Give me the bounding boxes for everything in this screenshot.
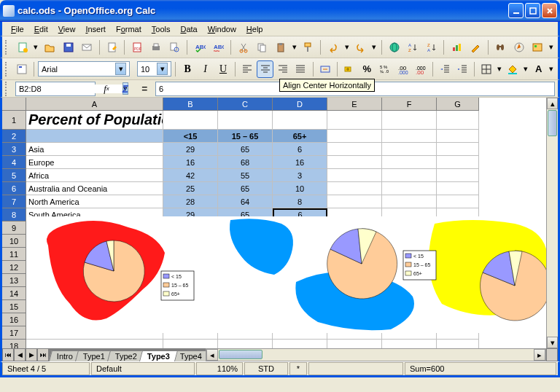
tab-prev-button[interactable]: ◀ bbox=[14, 348, 26, 361]
column-header-F[interactable]: F bbox=[382, 98, 437, 111]
cell[interactable]: 3 bbox=[273, 169, 327, 182]
menu-data[interactable]: Data bbox=[176, 23, 201, 35]
vertical-scrollbar[interactable]: ▴ ▾ bbox=[546, 98, 558, 348]
horizontal-scrollbar[interactable]: ◂ ▸ bbox=[206, 348, 546, 361]
cell[interactable] bbox=[327, 182, 382, 195]
row-header-1[interactable]: 1 bbox=[2, 111, 26, 130]
format-paint-button[interactable] bbox=[300, 39, 317, 56]
gallery-button[interactable] bbox=[529, 39, 547, 56]
cell[interactable]: 16 bbox=[163, 156, 218, 169]
menu-view[interactable]: View bbox=[54, 23, 80, 35]
font-size-combo[interactable]: 10▾ bbox=[137, 61, 171, 77]
bold-button[interactable]: B bbox=[179, 60, 195, 78]
tab-last-button[interactable]: ⏭ bbox=[37, 348, 49, 361]
cell[interactable] bbox=[437, 340, 479, 348]
sort-asc-button[interactable]: AZ bbox=[404, 39, 421, 56]
row-header-9[interactable]: 9 bbox=[2, 222, 26, 235]
scroll-right-button[interactable]: ▸ bbox=[534, 349, 545, 361]
cell[interactable]: Asia bbox=[26, 143, 163, 156]
cell[interactable] bbox=[327, 340, 382, 348]
menu-window[interactable]: Window bbox=[203, 23, 241, 35]
cell[interactable] bbox=[437, 130, 479, 143]
cell[interactable] bbox=[382, 130, 437, 143]
find-button[interactable] bbox=[492, 39, 510, 56]
sheet-tab-type4[interactable]: Type4 bbox=[172, 350, 210, 361]
toolbar-grip[interactable] bbox=[5, 62, 9, 77]
cell[interactable]: 10 bbox=[273, 182, 327, 195]
toolbar-grip[interactable] bbox=[5, 82, 9, 96]
paste-button[interactable] bbox=[272, 39, 289, 56]
cell[interactable] bbox=[382, 195, 437, 208]
edit-doc-button[interactable] bbox=[104, 39, 121, 56]
select-all-corner[interactable] bbox=[2, 98, 26, 111]
row-header-12[interactable]: 12 bbox=[2, 261, 26, 274]
new-dropdown[interactable]: ▾ bbox=[32, 42, 39, 52]
scroll-left-button[interactable]: ◂ bbox=[206, 349, 218, 361]
row-header-11[interactable]: 11 bbox=[2, 248, 26, 261]
cell[interactable]: Europe bbox=[26, 156, 163, 169]
row-header-4[interactable]: 4 bbox=[2, 156, 26, 169]
cell[interactable]: 42 bbox=[163, 169, 218, 182]
cell[interactable]: North America bbox=[26, 195, 163, 208]
percent-button[interactable]: % bbox=[359, 60, 375, 78]
cell[interactable]: 64 bbox=[218, 195, 273, 208]
cell[interactable] bbox=[437, 182, 479, 195]
row-header-6[interactable]: 6 bbox=[2, 182, 26, 195]
email-button[interactable] bbox=[78, 39, 96, 56]
cell[interactable] bbox=[273, 340, 327, 348]
sort-desc-button[interactable]: ZA bbox=[423, 39, 440, 56]
cell[interactable]: 65 bbox=[218, 143, 273, 156]
cell-reference-box[interactable]: ▾ bbox=[15, 82, 96, 96]
italic-button[interactable]: I bbox=[197, 60, 213, 78]
align-left-button[interactable] bbox=[239, 60, 255, 78]
menu-help[interactable]: Help bbox=[242, 23, 268, 35]
sheet-tab-type3[interactable]: Type3 bbox=[139, 350, 178, 361]
row-header-14[interactable]: 14 bbox=[2, 287, 26, 300]
column-header-C[interactable]: C bbox=[218, 98, 273, 111]
cell[interactable] bbox=[437, 156, 479, 169]
column-header-B[interactable]: B bbox=[163, 98, 218, 111]
cell[interactable]: 6 bbox=[273, 143, 327, 156]
cell[interactable] bbox=[327, 156, 382, 169]
cut-button[interactable] bbox=[235, 39, 252, 56]
menu-tools[interactable]: Tools bbox=[147, 23, 175, 35]
chart-button[interactable] bbox=[448, 39, 465, 56]
cell[interactable]: 68 bbox=[218, 156, 273, 169]
cell[interactable] bbox=[218, 111, 273, 130]
number-format-button[interactable]: 5%¾.0 bbox=[377, 60, 393, 78]
cell[interactable]: Africa bbox=[26, 169, 163, 182]
navigator-button[interactable] bbox=[510, 39, 528, 56]
column-header-A[interactable]: A bbox=[26, 98, 163, 111]
cell[interactable] bbox=[327, 195, 382, 208]
undo-button[interactable] bbox=[324, 39, 342, 56]
undo-dropdown[interactable]: ▾ bbox=[343, 42, 351, 52]
cell[interactable] bbox=[26, 130, 163, 143]
align-right-button[interactable] bbox=[275, 60, 291, 78]
row-header-2[interactable]: 2 bbox=[2, 130, 26, 143]
cell[interactable] bbox=[382, 182, 437, 195]
row-header-5[interactable]: 5 bbox=[2, 169, 26, 182]
equals-button[interactable]: = bbox=[136, 82, 152, 96]
row-header-17[interactable]: 17 bbox=[2, 326, 26, 340]
toolbar-grip[interactable] bbox=[5, 40, 9, 55]
cell[interactable]: 65+ bbox=[273, 130, 327, 143]
column-header-D[interactable]: D bbox=[273, 98, 327, 111]
scroll-up-button[interactable]: ▴ bbox=[547, 98, 558, 109]
cell[interactable] bbox=[382, 111, 437, 130]
scroll-down-button[interactable]: ▾ bbox=[547, 337, 558, 348]
scroll-thumb[interactable] bbox=[548, 110, 557, 136]
export-pdf-button[interactable]: PDF bbox=[128, 39, 146, 56]
row-header-10[interactable]: 10 bbox=[2, 235, 26, 248]
status-mode[interactable]: STD bbox=[244, 362, 288, 375]
maximize-button[interactable] bbox=[525, 3, 540, 18]
row-header-3[interactable]: 3 bbox=[2, 143, 26, 156]
status-style[interactable]: Default bbox=[91, 362, 195, 375]
underline-button[interactable]: U bbox=[215, 60, 231, 78]
row-header-8[interactable]: 8 bbox=[2, 208, 26, 222]
cell[interactable] bbox=[26, 340, 163, 348]
cell[interactable] bbox=[163, 340, 218, 348]
cell[interactable] bbox=[218, 340, 273, 348]
cell[interactable]: Percent of Population of Age bbox=[26, 111, 163, 130]
borders-button[interactable] bbox=[478, 60, 494, 78]
align-justify-button[interactable] bbox=[292, 60, 308, 78]
